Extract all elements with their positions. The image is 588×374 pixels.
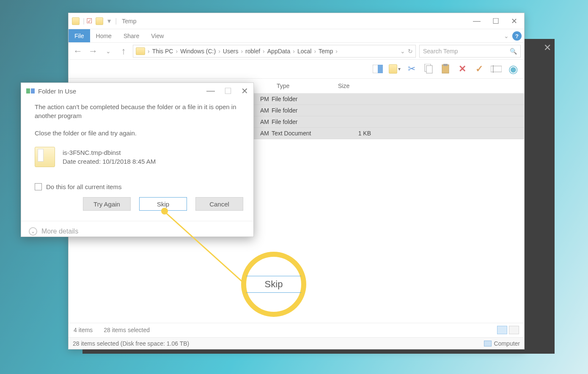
do-for-all-checkbox[interactable] [35, 183, 42, 190]
help-icon[interactable]: ? [512, 31, 522, 41]
dialog-file-name: is-3F5NC.tmp-dbinst [63, 148, 156, 157]
tab-home[interactable]: Home [90, 29, 118, 42]
dialog-title: Folder In Use [38, 88, 76, 95]
crumb-local[interactable]: Local [297, 48, 311, 55]
details-view-icon[interactable] [497, 326, 507, 334]
tab-share[interactable]: Share [118, 29, 145, 42]
preview-pane-icon[interactable] [372, 63, 384, 75]
nav-back-icon[interactable]: ← [72, 45, 84, 57]
folder-icon [96, 17, 103, 25]
nav-up-icon[interactable]: ↑ [118, 45, 129, 57]
svg-rect-5 [443, 64, 448, 66]
ribbon-tabs: File Home Share View ⌄ ? [69, 29, 524, 43]
breadcrumb[interactable]: › This PC› Windows (C:)› Users› roblef› … [133, 45, 416, 58]
crumb-appdata[interactable]: AppData [267, 48, 290, 55]
column-size[interactable]: Size [333, 82, 375, 89]
cancel-button[interactable]: Cancel [195, 197, 243, 211]
ribbon-collapse-icon[interactable]: ⌄ [504, 33, 509, 42]
computer-icon [484, 341, 492, 346]
tab-file[interactable]: File [69, 29, 90, 42]
paste-icon[interactable] [440, 63, 451, 75]
tab-view[interactable]: View [145, 29, 170, 42]
try-again-button[interactable]: Try Again [83, 197, 131, 211]
callout-circle: Skip [241, 252, 306, 317]
chevron-right-icon[interactable]: › [218, 48, 220, 55]
dialog-maximize-button[interactable]: ☐ [224, 86, 232, 96]
chevron-down-icon: ⌄ [29, 227, 37, 236]
nav-dropdown-icon[interactable]: ⌄ [102, 45, 114, 57]
dialog-titlebar: Folder In Use — ☐ ✕ [21, 83, 253, 99]
chevron-right-icon[interactable]: › [148, 48, 150, 55]
status-items-count: 4 items [74, 327, 93, 333]
address-bar-row: ← → ⌄ ↑ › This PC› Windows (C:)› Users› … [69, 43, 524, 60]
chevron-right-icon[interactable]: › [263, 48, 265, 55]
chevron-right-icon[interactable]: › [293, 48, 295, 55]
crumb-users[interactable]: Users [223, 48, 239, 55]
chevron-right-icon[interactable]: › [176, 48, 178, 55]
dialog-file-date: Date created: 10/1/2018 8:45 AM [63, 157, 156, 166]
svg-rect-1 [378, 65, 383, 73]
delete-icon[interactable]: ✕ [456, 63, 468, 75]
settings-globe-icon[interactable]: ◉ [507, 63, 519, 75]
maximize-button[interactable]: ☐ [492, 16, 499, 26]
cut-icon[interactable]: ✂ [406, 63, 418, 75]
search-placeholder: Search Temp [423, 48, 458, 55]
chevron-right-icon[interactable]: › [335, 48, 338, 55]
chevron-right-icon[interactable]: › [241, 48, 243, 55]
close-button[interactable]: ✕ [511, 16, 517, 26]
folder-icon [136, 47, 145, 55]
callout-label: Skip [246, 276, 301, 293]
dialog-close-button[interactable]: ✕ [241, 86, 248, 96]
nav-forward-icon[interactable]: → [87, 45, 99, 57]
status-selected-count: 28 items selected [104, 327, 150, 333]
status-disk-free: 28 items selected (Disk free space: 1.06… [73, 340, 189, 347]
search-icon[interactable]: 🔍 [510, 48, 517, 55]
rename-icon[interactable] [490, 63, 502, 75]
dialog-minimize-button[interactable]: — [206, 86, 215, 96]
crumb-windows-c[interactable]: Windows (C:) [180, 48, 216, 55]
toolbar: ▾ ✂ ✕ ✓ ◉ [69, 60, 524, 78]
column-type[interactable]: Type [272, 82, 333, 89]
chevron-right-icon[interactable]: › [314, 48, 316, 55]
qat-dropdown-icon[interactable]: ▾ [107, 17, 111, 25]
folder-icon [35, 147, 55, 167]
large-icons-view-icon[interactable] [509, 326, 519, 334]
refresh-icon[interactable]: ↻ [408, 48, 413, 55]
folder-icon [72, 17, 80, 25]
do-for-all-label: Do this for all current items [46, 183, 121, 190]
more-details-label: More details [41, 228, 78, 235]
dialog-message-2: Close the folder or file and try again. [35, 129, 240, 137]
copy-icon[interactable] [423, 63, 434, 75]
svg-rect-6 [491, 66, 502, 72]
qat-check-icon[interactable]: ☑ [86, 17, 92, 25]
dark-close-icon[interactable]: ✕ [544, 42, 551, 53]
minimize-button[interactable]: — [473, 16, 481, 26]
crumb-roblef[interactable]: roblef [245, 48, 260, 55]
status-computer: Computer [484, 340, 520, 347]
window-title: Temp [122, 18, 136, 25]
address-dropdown-icon[interactable]: ⌄ [400, 48, 405, 55]
search-input[interactable]: Search Temp 🔍 [419, 45, 521, 58]
crumb-temp[interactable]: Temp [319, 48, 333, 55]
new-folder-icon[interactable]: ▾ [389, 63, 401, 75]
crumb-this-pc[interactable]: This PC [152, 48, 173, 55]
titlebar: | ☑ ▾ | Temp — ☐ ✕ [69, 13, 524, 29]
dialog-message-1: The action can't be completed because th… [35, 102, 240, 120]
dialog-file-info: is-3F5NC.tmp-dbinst Date created: 10/1/2… [35, 147, 240, 167]
dialog-footer[interactable]: ⌄ More details [21, 221, 253, 242]
status-bar-2: 28 items selected (Disk free space: 1.06… [69, 337, 524, 349]
accept-icon[interactable]: ✓ [473, 63, 485, 75]
folder-in-use-dialog: Folder In Use — ☐ ✕ The action can't be … [21, 82, 254, 237]
status-bar: 4 items 28 items selected [69, 323, 524, 336]
dialog-icon [26, 88, 35, 94]
svg-rect-3 [426, 66, 432, 73]
